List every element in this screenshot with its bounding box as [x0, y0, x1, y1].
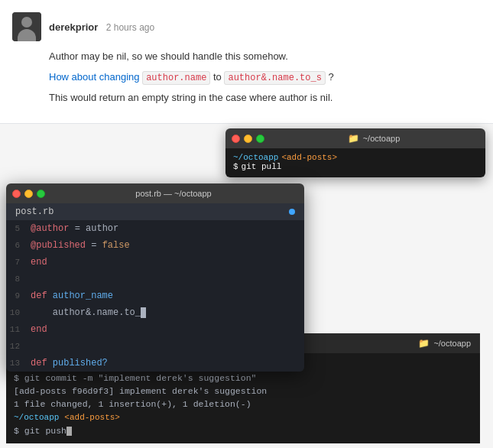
terminal-command-1: git pull — [242, 162, 282, 171]
terminal-window-inner-1: 📁 ~/octoapp ~/octoapp <add-posts> $ git … — [225, 128, 485, 177]
bt-commit-line: $ git commit -m "implement derek's sugge… — [14, 372, 472, 385]
editor-filename-bar: post.rb — [6, 203, 304, 220]
code-line-10: 10 author&.name.to_ — [6, 304, 304, 321]
bottom-cursor — [66, 427, 72, 436]
editor-body[interactable]: post.rb 5 @author = author 6 @published … — [6, 203, 304, 372]
suggestion-prefix: How about changing — [49, 71, 140, 83]
traffic-light-green-1[interactable] — [256, 135, 264, 143]
folder-icon-1: 📁 — [348, 133, 359, 144]
code1: author.name — [142, 71, 210, 85]
code-line-12: 12 — [6, 338, 304, 355]
traffic-light-yellow-1[interactable] — [244, 135, 252, 143]
comment-section: derekprior 2 hours ago Author may be nil… — [0, 0, 493, 124]
code-line-8: 8 — [6, 271, 304, 287]
comment-line3: This would return an empty string in the… — [49, 90, 481, 106]
suggestion-suffix: ? — [329, 71, 334, 83]
comment-suggestion: How about changing author.name to author… — [49, 70, 481, 86]
code-line-9: 9 def author_name — [6, 287, 304, 304]
terminal-body-1: ~/octoapp <add-posts> $ git pull — [225, 148, 485, 177]
bottom-terminal-title-text: ~/octoapp — [433, 339, 471, 348]
code-line-6: 6 @published = false — [6, 237, 304, 254]
terminal-window-1: 📁 ~/octoapp ~/octoapp <add-posts> $ git … — [225, 128, 485, 177]
code-line-5: 5 @author = author — [6, 220, 304, 237]
traffic-light-red-editor[interactable] — [12, 190, 21, 198]
traffic-light-green-editor[interactable] — [37, 190, 45, 198]
terminal-command-line-1: $ git pull — [233, 162, 478, 171]
comment-header: derekprior 2 hours ago — [12, 12, 481, 41]
code-line-7: 7 end — [6, 254, 304, 271]
comment-body: Author may be nil, so we should handle t… — [49, 49, 481, 106]
bt-commit-result: [add-posts f96d9f3] implement derek's su… — [14, 385, 472, 398]
comment-author: derekprior — [49, 21, 98, 33]
code-line-13: 13 def published? — [6, 355, 304, 372]
editor-titlebar: post.rb — ~/octoapp — [6, 183, 304, 203]
terminal-title-1: 📁 ~/octoapp — [268, 133, 479, 144]
bt-path-line2: ~/octoapp <add-posts> — [14, 411, 472, 424]
bt-push-line: $ git push — [14, 424, 472, 437]
text-cursor — [141, 307, 146, 318]
editor-modified-indicator — [289, 209, 295, 215]
code-line-11: 11 end — [6, 321, 304, 338]
comment-line1: Author may be nil, so we should handle t… — [49, 49, 481, 65]
bottom-titlebar-path: 📁 ~/octoapp — [418, 338, 471, 349]
terminal-path-1: ~/octoapp — [233, 153, 278, 162]
comment-time: 2 hours ago — [106, 22, 154, 33]
terminal-title-text-1: ~/octoapp — [363, 134, 401, 143]
terminal-branch-1: <add-posts> — [281, 153, 337, 162]
code2: author&.name.to_s — [224, 71, 325, 85]
suggestion-middle: to — [213, 71, 224, 83]
traffic-light-yellow-editor[interactable] — [24, 190, 33, 198]
editor-title-text: post.rb — ~/octoapp — [135, 189, 211, 198]
terminal-titlebar-1: 📁 ~/octoapp — [225, 128, 485, 148]
editor-title: post.rb — ~/octoapp — [49, 189, 298, 198]
editor-window: post.rb — ~/octoapp post.rb 5 @author = … — [6, 183, 304, 372]
folder-icon-bottom: 📁 — [418, 338, 430, 349]
avatar — [12, 12, 41, 41]
traffic-light-red-1[interactable] — [232, 135, 240, 143]
bt-files-changed: 1 file changed, 1 insertion(+), 1 deleti… — [14, 398, 472, 411]
terminal-prompt-1: ~/octoapp <add-posts> — [233, 153, 478, 162]
editor-filename: post.rb — [15, 206, 54, 217]
terminal-symbol-1: $ — [233, 162, 238, 171]
